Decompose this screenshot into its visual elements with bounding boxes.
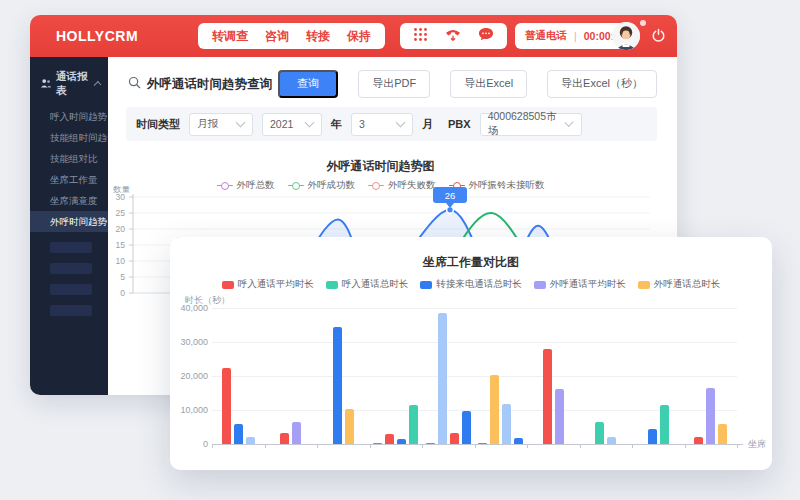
- bar-legend-item[interactable]: 呼入通话平均时长: [222, 278, 314, 291]
- export-excel-button[interactable]: 导出Excel: [450, 70, 527, 97]
- app-logo: HOLLYCRM: [56, 28, 138, 44]
- avatar[interactable]: [612, 22, 640, 50]
- bar[interactable]: [222, 368, 231, 444]
- sidebar-item[interactable]: 外呼时间趋势: [30, 211, 108, 232]
- sidebar-skeleton-item: [50, 263, 92, 274]
- line-chart-title: 外呼通话时间趋势图: [108, 158, 653, 175]
- call-action-button[interactable]: 保持: [347, 28, 371, 45]
- y-tick-label: 15: [116, 240, 126, 250]
- power-icon[interactable]: [651, 28, 666, 47]
- bar[interactable]: [438, 313, 447, 444]
- tooltip: 26: [433, 187, 467, 208]
- bar[interactable]: [514, 438, 523, 444]
- bar[interactable]: [345, 409, 354, 444]
- people-icon: [40, 78, 51, 91]
- time-type-label: 时间类型: [136, 117, 180, 132]
- bar-group: [317, 308, 370, 444]
- bar[interactable]: [502, 404, 511, 444]
- bar-legend-swatch: [638, 281, 650, 289]
- year-value: 2021: [270, 118, 293, 130]
- bar-legend-swatch: [222, 281, 234, 289]
- grid-menu-icon[interactable]: [413, 27, 428, 46]
- bar[interactable]: [333, 327, 342, 444]
- call-action-button[interactable]: 转接: [306, 28, 330, 45]
- bar[interactable]: [478, 443, 487, 444]
- sidebar-item[interactable]: 技能组对比: [30, 148, 108, 169]
- bar[interactable]: [409, 405, 418, 444]
- bar-legend-item[interactable]: 外呼通话总时长: [638, 278, 721, 291]
- bar[interactable]: [648, 429, 657, 444]
- filter-bar: 时间类型 月报 2021 年 3 月 PBX 4000628505市场: [126, 107, 657, 141]
- bar-legend-label: 呼入通话平均时长: [238, 278, 314, 291]
- chat-icon[interactable]: [478, 27, 494, 46]
- bar[interactable]: [426, 443, 435, 444]
- chevron-down-icon: [565, 118, 574, 127]
- x-axis: [212, 444, 743, 445]
- bar[interactable]: [490, 375, 499, 444]
- y-tick-label: 40,000: [172, 303, 208, 313]
- bar-legend-swatch: [420, 281, 432, 289]
- bar[interactable]: [595, 422, 604, 444]
- bar[interactable]: [555, 389, 564, 444]
- export-excel-seconds-button[interactable]: 导出Excel（秒）: [547, 70, 657, 97]
- x-tick: [475, 445, 476, 448]
- bar-legend-item[interactable]: 外呼通话平均时长: [534, 278, 626, 291]
- bar-group: [212, 308, 265, 444]
- bar-legend-item[interactable]: 呼入通话总时长: [326, 278, 409, 291]
- year-select[interactable]: 2021: [262, 113, 322, 136]
- bar[interactable]: [385, 434, 394, 445]
- call-action-button[interactable]: 咨询: [265, 28, 289, 45]
- y-tick-label: 0: [172, 439, 208, 449]
- bar[interactable]: [660, 405, 669, 444]
- y-tick-label: 10: [116, 256, 126, 266]
- action-buttons: 查询 导出PDF 导出Excel 导出Excel（秒）: [278, 70, 657, 97]
- hang-up-phone-icon[interactable]: [444, 26, 462, 47]
- sidebar-item[interactable]: 呼入时间趋势: [30, 106, 108, 127]
- x-tick: [212, 445, 213, 448]
- bar[interactable]: [543, 349, 552, 444]
- status-separator: |: [574, 30, 577, 42]
- year-unit-label: 年: [331, 117, 342, 132]
- bar[interactable]: [397, 439, 406, 444]
- x-tick: [370, 445, 371, 448]
- sidebar-menu: 呼入时间趋势技能组时间趋势技能组对比坐席工作量坐席满意度外呼时间趋势: [30, 106, 108, 232]
- bar[interactable]: [462, 411, 471, 444]
- time-type-select[interactable]: 月报: [189, 113, 253, 136]
- search-button[interactable]: 查询: [278, 70, 338, 97]
- bar-legend-item[interactable]: 转接来电通话总时长: [420, 278, 522, 291]
- sidebar-item[interactable]: 技能组时间趋势: [30, 127, 108, 148]
- bar[interactable]: [718, 424, 727, 444]
- sidebar-section-call-reports[interactable]: 通话报表: [30, 57, 108, 106]
- x-tick: [685, 445, 686, 448]
- bar[interactable]: [292, 422, 301, 444]
- sidebar-skeleton-item: [50, 242, 92, 253]
- pbx-value: 4000628505市场: [488, 110, 559, 138]
- bar-legend-label: 外呼通话总时长: [654, 278, 721, 291]
- pbx-select[interactable]: 4000628505市场: [480, 113, 582, 136]
- sidebar-section-label: 通话报表: [56, 70, 90, 98]
- search-icon: [128, 75, 141, 93]
- bar[interactable]: [706, 388, 715, 444]
- sidebar-item[interactable]: 坐席工作量: [30, 169, 108, 190]
- bar[interactable]: [234, 424, 243, 444]
- x-tick: [317, 445, 318, 448]
- bar-chart-card: 坐席工作量对比图 呼入通话平均时长呼入通话总时长转接来电通话总时长外呼通话平均时…: [170, 237, 772, 470]
- bar-chart-title: 坐席工作量对比图: [170, 254, 772, 271]
- call-action-button[interactable]: 转调查: [212, 28, 248, 45]
- bar[interactable]: [450, 433, 459, 444]
- query-header: 外呼通话时间趋势查询 查询 导出PDF 导出Excel 导出Excel（秒）: [128, 70, 657, 98]
- bar[interactable]: [607, 437, 616, 444]
- bar[interactable]: [373, 443, 382, 444]
- chevron-down-icon: [396, 118, 406, 128]
- tooltip-value: 26: [445, 190, 456, 201]
- y-tick-label: 0: [120, 288, 125, 298]
- bar-group: [265, 308, 318, 444]
- y-tick-label: 5: [120, 272, 125, 282]
- bar[interactable]: [694, 437, 703, 445]
- export-pdf-button[interactable]: 导出PDF: [358, 70, 430, 97]
- bar-chart-legend: 呼入通话平均时长呼入通话总时长转接来电通话总时长外呼通话平均时长外呼通话总时长: [170, 278, 772, 291]
- bar[interactable]: [246, 437, 255, 444]
- sidebar-item[interactable]: 坐席满意度: [30, 190, 108, 211]
- bar[interactable]: [280, 433, 289, 444]
- month-select[interactable]: 3: [351, 113, 413, 136]
